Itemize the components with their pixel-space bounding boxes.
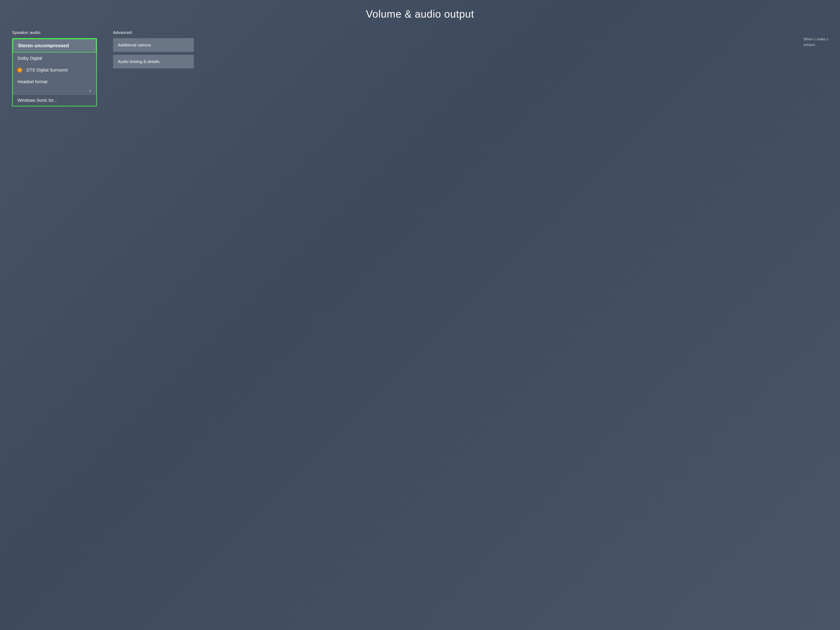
side-note-text: When c make s enhanc [804, 36, 840, 47]
content-area: Speaker audio Stereo uncompressed Dolby … [12, 30, 828, 106]
additional-options-button[interactable]: Additional options [113, 38, 194, 52]
right-section: Advanced Additional options Audio testin… [113, 30, 194, 71]
chevron-down-icon: ∨ [88, 88, 92, 93]
dropdown-item-dolby[interactable]: Dolby Digital [13, 52, 96, 64]
dropdown-item-headset[interactable]: Headset format [13, 76, 96, 88]
dropdown-item-windows-sonic[interactable]: Windows Sonic for... [13, 95, 96, 106]
chevron-row: ∨ [13, 88, 96, 95]
page-container: Volume & audio output Speaker audio Ster… [0, 0, 840, 630]
glow-icon [17, 67, 23, 73]
dropdown-item-dts[interactable]: DTS Digital Surround [13, 64, 96, 76]
advanced-label: Advanced [113, 30, 194, 35]
audio-dropdown[interactable]: Stereo uncompressed Dolby Digital DTS Di… [12, 38, 97, 106]
page-title: Volume & audio output [12, 8, 828, 20]
dropdown-list: Dolby Digital DTS Digital Surround Heads… [13, 52, 96, 95]
audio-testing-button[interactable]: Audio testing & details [113, 55, 194, 68]
speaker-audio-label: Speaker audio [12, 30, 97, 35]
dropdown-selected-item[interactable]: Stereo uncompressed [13, 39, 96, 52]
left-section: Speaker audio Stereo uncompressed Dolby … [12, 30, 97, 106]
